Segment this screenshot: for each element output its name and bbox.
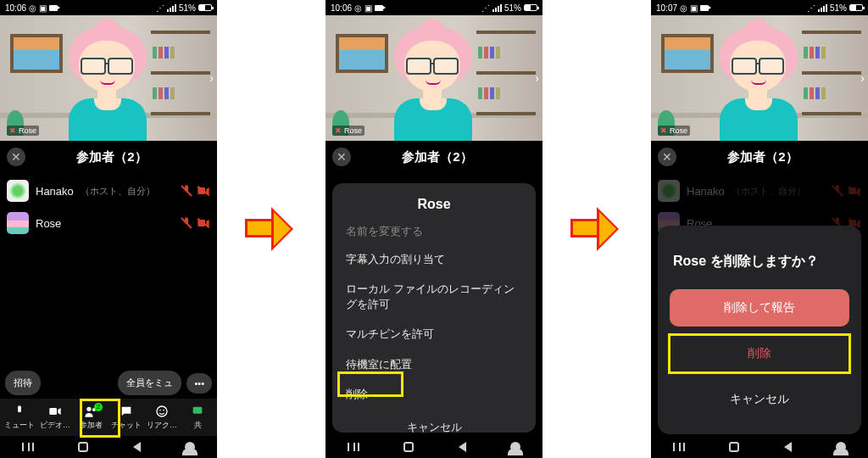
toolbar-reactions-button[interactable]: リアク…	[145, 405, 179, 431]
participants-list: Hanako （ホスト、自分） Rose	[0, 175, 217, 239]
nav-recent-button[interactable]	[22, 443, 34, 451]
mic-muted-icon	[180, 216, 193, 230]
toolbar-video-button[interactable]: ビデオ…	[38, 405, 72, 431]
svg-point-10	[159, 409, 161, 411]
nav-home-button[interactable]	[403, 442, 414, 452]
android-navbar	[0, 436, 217, 458]
nav-back-button[interactable]	[459, 442, 466, 452]
svg-point-9	[157, 406, 167, 416]
avatar-icon	[53, 19, 164, 141]
menu-remove[interactable]: 削除	[332, 379, 536, 410]
nav-back-button[interactable]	[133, 442, 141, 452]
menu-allow-multipin[interactable]: マルチピンを許可	[332, 319, 536, 349]
nav-accessibility-button[interactable]	[836, 442, 846, 452]
avatar-icon	[7, 212, 29, 234]
mic-muted-icon: ✖	[660, 126, 667, 135]
wifi-icon: ⋰	[807, 3, 815, 13]
participant-sub: （ホスト、自分）	[732, 185, 806, 198]
signal-icon	[167, 4, 176, 12]
menu-assign-caption[interactable]: 字幕入力の割り当て	[332, 244, 536, 275]
toolbar-share-button[interactable]: 共	[181, 405, 214, 431]
status-bar: 10:06 ◎ ▣ ⋰ 51%	[326, 0, 542, 15]
chevron-right-icon[interactable]: ›	[860, 71, 865, 85]
remove-confirm-sheet: Rose を削除しますか？ 削除して報告 削除 キャンセル	[658, 226, 861, 434]
panel-title: 参加者（2）	[358, 149, 536, 165]
participants-header: ✕ 参加者（2）	[651, 141, 868, 175]
menu-cancel[interactable]: キャンセル	[332, 410, 536, 433]
nav-home-button[interactable]	[78, 442, 88, 452]
participants-header: ✕ 参加者（2）	[0, 141, 217, 175]
toolbar-mute-button[interactable]: ミュート	[3, 405, 36, 431]
mic-muted-icon	[831, 184, 844, 198]
participant-row[interactable]: Hanako （ホスト、自分）	[0, 175, 217, 207]
nav-accessibility-button[interactable]	[185, 442, 195, 452]
participant-action-sheet: Rose 名前を変更する 字幕入力の割り当て ローカル ファイルのレコーディング…	[332, 183, 536, 433]
battery-icon	[198, 4, 212, 11]
camera-recording-icon	[700, 5, 709, 11]
notif-icon: ▣	[364, 3, 372, 13]
arrow-icon	[245, 204, 298, 254]
menu-allow-local-record[interactable]: ローカル ファイルのレコーディングを許可	[332, 274, 536, 319]
participant-name: Rose	[36, 217, 61, 230]
video-name-tag: ✖ Rose	[7, 126, 39, 136]
battery-icon	[524, 4, 537, 11]
screen-participant-menu: 10:06 ◎ ▣ ⋰ 51% ✖Rose › ✕ 参加者（2）	[326, 0, 542, 458]
battery-percent: 51%	[179, 3, 196, 13]
video-off-icon	[848, 184, 861, 198]
nav-recent-button[interactable]	[348, 443, 359, 451]
video-tile[interactable]: ✖Rose ›	[326, 15, 542, 141]
participant-sub: （ホスト、自分）	[81, 185, 155, 198]
nav-home-button[interactable]	[729, 442, 739, 452]
notif-icon: ◎	[680, 3, 687, 13]
menu-rename[interactable]: 名前を変更する	[332, 221, 536, 244]
close-icon[interactable]: ✕	[332, 148, 351, 166]
avatar-icon	[658, 180, 680, 202]
invite-button[interactable]: 招待	[5, 371, 41, 395]
toolbar-chat-button[interactable]: チャット	[109, 405, 143, 431]
close-icon[interactable]: ✕	[7, 148, 25, 166]
status-time: 10:06	[5, 3, 26, 13]
nav-accessibility-button[interactable]	[510, 442, 520, 452]
notif-icon: ▣	[39, 3, 47, 13]
status-bar: 10:07 ◎ ▣ ⋰ 51%	[651, 0, 868, 15]
menu-put-waiting-room[interactable]: 待機室に配置	[332, 349, 536, 380]
chevron-right-icon[interactable]: ›	[209, 71, 214, 85]
cancel-button[interactable]: キャンセル	[670, 381, 849, 418]
signal-icon	[492, 4, 502, 12]
status-bar: 10:06 ◎ ▣ ⋰ 51%	[0, 0, 217, 15]
confirm-title: Rose を削除しますか？	[670, 249, 849, 289]
toolbar-participants-button[interactable]: 2参加者	[74, 405, 108, 431]
participant-name: Hanako	[687, 185, 725, 198]
status-time: 10:06	[331, 3, 352, 13]
status-time: 10:07	[656, 3, 677, 13]
svg-point-11	[163, 409, 164, 411]
camera-recording-icon	[49, 5, 58, 11]
participant-name: Hanako	[36, 185, 74, 198]
signal-icon	[818, 4, 827, 12]
screen-participants: 10:06 ◎ ▣ ⋰ 51% ✖ Rose	[0, 0, 217, 458]
bottom-actions: 招待 全員をミュ •••	[0, 367, 217, 399]
mute-all-button[interactable]: 全員をミュ	[118, 371, 181, 395]
arrow-icon	[570, 204, 623, 254]
chevron-right-icon[interactable]: ›	[535, 71, 539, 85]
avatar-icon	[704, 19, 815, 141]
participant-row[interactable]: Rose	[0, 207, 217, 239]
more-button[interactable]: •••	[186, 373, 212, 394]
notif-icon: ◎	[29, 3, 36, 13]
panel-title: 参加者（2）	[32, 149, 210, 165]
notif-icon: ◎	[354, 3, 362, 13]
notif-icon: ▣	[690, 3, 698, 13]
close-icon[interactable]: ✕	[658, 148, 676, 166]
battery-percent: 51%	[504, 3, 521, 13]
video-tile[interactable]: ✖Rose ›	[651, 15, 868, 141]
meeting-toolbar: ミュート ビデオ… 2参加者 チャット リアク… 共	[0, 399, 217, 436]
nav-recent-button[interactable]	[673, 443, 685, 451]
participant-row: Hanako （ホスト、自分）	[651, 175, 868, 207]
remove-button[interactable]: 削除	[670, 335, 849, 372]
remove-and-report-button[interactable]: 削除して報告	[670, 289, 849, 327]
mic-muted-icon	[180, 184, 193, 198]
mic-muted-icon: ✖	[335, 126, 342, 135]
nav-back-button[interactable]	[784, 442, 792, 452]
video-tile[interactable]: ✖ Rose ›	[0, 15, 217, 141]
avatar-icon	[7, 180, 29, 202]
